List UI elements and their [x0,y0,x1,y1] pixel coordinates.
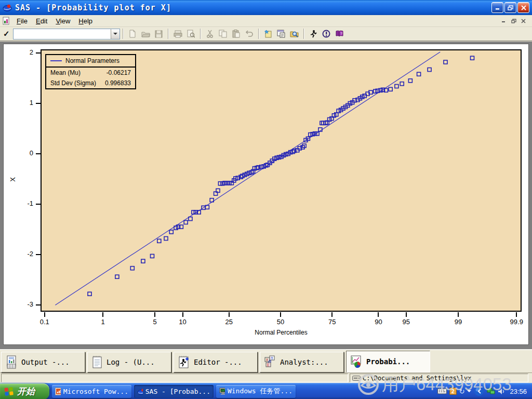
x-tick-label: 99 [447,318,470,326]
print-preview-icon[interactable] [184,28,197,40]
data-point-marker [428,68,431,72]
command-bar[interactable] [13,29,120,39]
window-button-label: Output -... [21,358,70,366]
data-point-marker [395,85,398,88]
x-tick-label: 5 [143,318,166,326]
print-icon[interactable] [171,28,184,40]
break-icon[interactable] [320,28,333,40]
legend-row-mean: Mean (Mu) -0.06217 [46,68,135,78]
window-button-analyst[interactable]: Χ Π Σ Analyst:... [260,352,344,373]
mdi-minimize-button[interactable] [499,17,508,25]
data-point-marker [184,220,188,224]
menu-file[interactable]: File [12,16,32,26]
x-tick-label: 90 [367,318,390,326]
open-folder-icon[interactable] [139,28,152,40]
x-tick-label: 10 [171,318,194,326]
y-tick-mark [36,204,41,205]
menu-view[interactable]: View [51,16,74,26]
submit-run-icon[interactable] [307,28,320,40]
data-point-marker [389,87,392,91]
sas-window-bar: Output -... Log - (U... Editor -... Χ [0,349,532,373]
y-tick-label: -1 [17,200,33,207]
y-tick-label: 0 [17,149,33,157]
data-point-marker [141,259,145,263]
submit-window-icon[interactable] [275,28,288,40]
window-button-probability-plot[interactable]: Probabi... [346,351,430,373]
sas-application-window: SAS - [Probability plot for X] FileEditV… [0,0,532,399]
title-bar[interactable]: SAS - [Probability plot for X] [0,0,532,15]
save-icon[interactable] [152,28,165,40]
task-sas[interactable]: SAS - [Probab... [134,385,214,398]
output-icon [5,355,18,369]
legend-mean-label: Mean (Mu) [50,68,81,77]
volume-icon[interactable] [498,388,505,395]
task-label: Windows 任务管... [228,387,292,396]
undo-icon[interactable] [243,28,256,40]
legend: Normal Parameters Mean (Mu) -0.06217 Std… [45,54,136,89]
legend-std-row: Std Dev (Sigma) 0.996833 [46,78,135,88]
y-tick-label: 1 [17,99,33,107]
x-axis-title: Normal Percentiles [41,329,522,336]
working-directory-field[interactable]: C:\Documents and Settings\lyx [350,374,528,382]
drive-icon [352,376,361,381]
y-tick-mark [36,304,41,305]
window-button-output[interactable]: Output -... [1,352,85,373]
start-button[interactable]: 开始 [0,383,49,399]
help-book-icon[interactable]: ? [333,28,346,40]
data-point-marker [189,217,192,221]
powerpoint-icon [55,388,61,395]
keyboard-icon[interactable] [437,388,447,394]
x-tick-mark [516,312,517,317]
restore-button[interactable] [504,2,516,13]
x-tick-label: 99.9 [505,318,528,326]
x-tick-mark [229,312,230,317]
close-button[interactable] [517,2,529,13]
cut-icon[interactable] [204,28,217,40]
editor-icon [178,355,190,369]
sas-taskbar-icon [137,388,143,395]
menu-edit[interactable]: Edit [32,16,51,26]
menu-help[interactable]: Help [74,16,97,26]
data-point-marker [228,181,231,185]
minimize-button[interactable] [491,2,503,13]
new-note-icon[interactable] [262,28,275,40]
data-point-marker [130,267,134,270]
data-point-marker [471,56,474,60]
messenger-icon[interactable] [474,386,484,396]
data-point-marker [157,239,161,243]
data-point-marker [218,182,222,185]
x-tick-label: 50 [269,318,292,326]
x-tick-mark [378,312,379,317]
task-powerpoint[interactable]: Microsoft Pow... [52,385,131,398]
new-document-icon[interactable] [126,28,139,40]
sync-icon[interactable]: ↻ [459,388,465,395]
taskbar: 开始 Microsoft Pow... SAS - [Probab... [0,383,532,399]
copy-icon[interactable] [217,28,230,40]
svg-text:?: ? [340,32,342,35]
toolbar: ✓ [0,27,532,42]
search-folder-icon[interactable] [288,28,301,40]
window-button-label: Log - (U... [107,358,155,366]
mdi-close-button[interactable] [519,17,528,25]
x-tick-mark [154,312,155,317]
taskbar-clock[interactable]: 23:56 [510,388,527,395]
tray-expand-icon[interactable] [467,390,471,394]
x-tick-label: 25 [218,318,241,326]
window-button-label: Editor -... [194,358,242,366]
window-button-label: Probabi... [366,357,410,366]
window-title: SAS - [Probability plot for X] [15,3,490,12]
status-message-field [1,374,348,382]
network-icon[interactable] [487,388,495,395]
input-method-icon[interactable]: 2 [449,388,457,395]
window-button-editor[interactable]: Editor -... [174,352,258,373]
command-input[interactable] [14,29,111,39]
task-task-manager[interactable]: Windows 任务管... [216,385,296,398]
data-point-marker [230,181,233,185]
command-dropdown-button[interactable] [111,29,119,39]
data-point-marker [337,109,340,113]
y-tick-label: -2 [17,250,33,258]
data-point-marker [115,275,119,278]
paste-icon[interactable] [230,28,243,40]
mdi-restore-button[interactable] [509,17,518,25]
window-button-log[interactable]: Log - (U... [87,352,171,373]
